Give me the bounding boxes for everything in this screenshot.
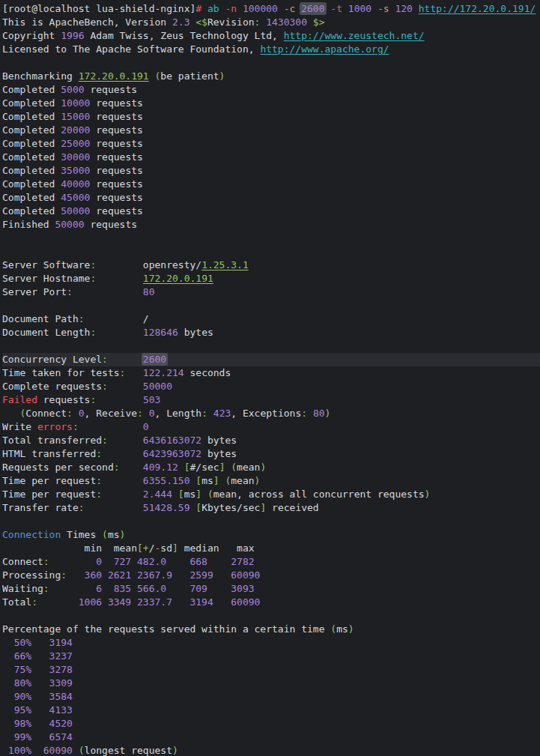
text-segment: 30000 bbox=[61, 151, 90, 163]
text-segment: ( bbox=[207, 489, 213, 500]
text-segment: <$ bbox=[195, 16, 207, 28]
text-segment: requests bbox=[90, 165, 142, 176]
text-segment: 66% 3237 bbox=[2, 650, 73, 662]
text-segment bbox=[307, 408, 313, 419]
text-segment: ] bbox=[172, 542, 178, 554]
text-segment: requests bbox=[90, 97, 142, 109]
percentile-row: 80% 3309 bbox=[2, 677, 540, 690]
value-timelimit: 1000 bbox=[348, 3, 371, 14]
text-segment: received bbox=[266, 502, 318, 513]
stat-time-per-request: Time per request: 6355.150 [ms] (mean) bbox=[2, 474, 540, 488]
text-segment: 40000 bbox=[61, 178, 90, 190]
text-segment: : bbox=[79, 502, 85, 513]
text-segment: Completed bbox=[2, 97, 61, 109]
target-host: 172.20.0.191 bbox=[79, 70, 149, 82]
url-link[interactable]: http://www.zeustech.net/ bbox=[284, 30, 425, 41]
text-segment: 50000 bbox=[143, 381, 172, 392]
url-link[interactable]: http://www.apache.org/ bbox=[260, 43, 389, 55]
text-segment: 1.25.3.1 bbox=[201, 259, 249, 270]
selected-match: 2600 bbox=[300, 2, 326, 15]
text-segment: ) bbox=[255, 475, 261, 486]
progress-line: Completed 25000 requests bbox=[2, 137, 540, 151]
text-segment: requests bbox=[90, 178, 142, 190]
text-segment: 80 bbox=[143, 286, 155, 297]
text-segment: Failed bbox=[2, 394, 37, 405]
text-segment: Total bbox=[2, 596, 31, 608]
text-segment bbox=[201, 3, 207, 14]
text-segment: : bbox=[43, 556, 49, 567]
stat-failed-detail: (Connect: 0, Receive: 0, Length: 423, Ex… bbox=[2, 407, 540, 420]
text-segment: 75% 3278 bbox=[2, 664, 73, 675]
text-segment: 35000 bbox=[61, 165, 90, 176]
text-segment: 10000 bbox=[61, 97, 90, 109]
text-segment: 80% 3309 bbox=[2, 677, 73, 689]
text-segment: : bbox=[96, 475, 102, 486]
percentile-row: 95% 4133 bbox=[2, 704, 540, 717]
text-segment bbox=[201, 489, 207, 500]
text-segment bbox=[172, 489, 178, 500]
text-segment: median max bbox=[178, 542, 255, 554]
progress-line: Completed 20000 requests bbox=[2, 124, 540, 137]
text-segment: Revision bbox=[207, 16, 255, 28]
text-segment: ) bbox=[260, 462, 266, 473]
text-segment: : bbox=[102, 381, 108, 392]
text-segment: ] bbox=[213, 475, 219, 486]
percentile-row: 66% 3237 bbox=[2, 650, 540, 663]
command-line: [root@localhost lua-shield-nginx]# ab -n… bbox=[2, 2, 540, 16]
percentile-row: 75% 3278 bbox=[2, 663, 540, 677]
text-segment: Completed bbox=[2, 138, 61, 149]
text-segment: Document Length bbox=[2, 327, 90, 338]
text-segment: Percentage of the requests served within… bbox=[2, 623, 330, 635]
stat-server-hostname: Server Hostname: 172.20.0.191 bbox=[2, 272, 540, 285]
text-segment: 50% 3194 bbox=[2, 637, 73, 648]
text-segment: [ bbox=[195, 475, 201, 486]
stat-write-errors: Write errors: 0 bbox=[2, 420, 540, 434]
text-segment: 360 2621 2367.9 2599 60090 bbox=[67, 569, 260, 581]
blank-line bbox=[2, 515, 540, 528]
blank-line bbox=[2, 339, 540, 353]
text-segment: 172.20.0.191 bbox=[143, 273, 213, 284]
text-segment: 0 727 482.0 668 2782 bbox=[49, 556, 255, 567]
stat-complete-requests: Complete requests: 50000 bbox=[2, 380, 540, 393]
prompt-hash: # bbox=[195, 3, 201, 14]
selected-match: 2600 bbox=[142, 353, 168, 366]
connection-times-processing: Processing: 360 2621 2367.9 2599 60090 bbox=[2, 569, 540, 582]
progress-line: Completed 45000 requests bbox=[2, 191, 540, 205]
value-timeout: 120 bbox=[395, 3, 412, 14]
text-segment: 0 bbox=[143, 421, 149, 432]
connection-times-total: Total: 1006 3349 2337.7 3194 60090 bbox=[2, 596, 540, 609]
text-segment: mean, across all concurrent requests bbox=[213, 489, 425, 500]
text-segment: [ bbox=[178, 489, 184, 500]
stat-document-path: Document Path: / bbox=[2, 312, 540, 326]
url-link[interactable]: http://172.20.0.191/ bbox=[419, 3, 536, 14]
stat-total-transferred: Total transferred: 6436163072 bytes bbox=[2, 434, 540, 447]
text-segment bbox=[108, 435, 143, 446]
progress-line: Completed 50000 requests bbox=[2, 205, 540, 218]
blank-line bbox=[2, 232, 540, 245]
text-segment: : bbox=[201, 408, 207, 419]
text-segment: / bbox=[85, 313, 149, 324]
stat-time-taken: Time taken for tests: 122.214 seconds bbox=[2, 366, 540, 380]
text-segment: : bbox=[31, 596, 37, 608]
text-segment: Copyright bbox=[2, 30, 61, 41]
text-segment bbox=[85, 502, 143, 513]
text-segment: ( bbox=[102, 529, 108, 540]
copyright-line: Copyright 1996 Adam Twiss, Zeus Technolo… bbox=[2, 29, 540, 43]
text-segment: Kbytes/sec bbox=[201, 502, 260, 513]
text-segment: : bbox=[96, 489, 102, 500]
text-segment: bytes bbox=[201, 435, 237, 446]
text-segment: 409.12 bbox=[143, 462, 178, 473]
text-segment: 122.214 bbox=[143, 367, 184, 378]
terminal-window[interactable]: [root@localhost lua-shield-nginx]# ab -n… bbox=[0, 0, 540, 756]
text-segment: min mean bbox=[2, 542, 137, 554]
flag-s: -s bbox=[377, 3, 389, 14]
text-segment bbox=[149, 70, 155, 82]
text-segment: 90% 3584 bbox=[2, 691, 73, 702]
text-segment: Waiting bbox=[2, 583, 43, 594]
text-segment: ( bbox=[231, 462, 237, 473]
connection-times-connect: Connect: 0 727 482.0 668 2782 bbox=[2, 555, 540, 569]
text-segment: Document Path bbox=[2, 313, 79, 324]
text-segment: 0 bbox=[79, 408, 85, 419]
text-segment: 128646 bbox=[143, 327, 178, 338]
blank-line bbox=[2, 299, 540, 312]
